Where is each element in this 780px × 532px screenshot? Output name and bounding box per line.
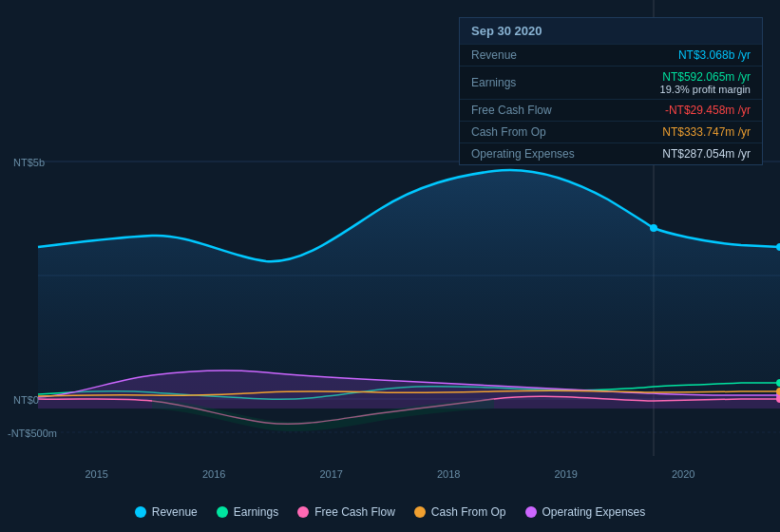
tooltip-fcf-value: -NT$29.458m /yr [665,104,751,117]
x-label-2018: 2018 [437,468,460,480]
tooltip-cashfromop-value: NT$333.747m /yr [662,125,751,139]
x-axis-labels: 2015 2016 2017 2018 2019 2020 [0,468,780,480]
y-label-zero: NT$0 [13,394,39,406]
tooltip-date: Sep 30 2020 [460,18,762,44]
x-label-2015: 2015 [86,468,108,480]
x-label-2016: 2016 [202,468,225,480]
tooltip-cashfromop-row: Cash From Op NT$333.747m /yr [460,121,762,142]
legend-item-earnings[interactable]: Earnings [217,505,278,519]
x-label-2020: 2020 [672,468,694,480]
tooltip-opex-value: NT$287.054m /yr [662,147,751,161]
y-label-5b: NT$5b [13,157,45,168]
tooltip-fcf-row: Free Cash Flow -NT$29.458m /yr [460,99,762,121]
x-label-2019: 2019 [555,468,578,480]
legend-item-revenue[interactable]: Revenue [135,505,198,519]
tooltip-fcf-label: Free Cash Flow [471,104,585,117]
tooltip-profit-margin: 19.3% profit margin [660,84,751,95]
tooltip-revenue-label: Revenue [471,48,585,62]
svg-point-6 [650,224,657,232]
legend-label-fcf: Free Cash Flow [314,505,395,519]
legend-item-fcf[interactable]: Free Cash Flow [297,505,395,519]
x-label-2017: 2017 [320,468,343,480]
tooltip-cashfromop-label: Cash From Op [471,125,585,139]
tooltip-revenue-value: NT$3.068b /yr [678,48,751,62]
legend-label-cashfromop: Cash From Op [431,505,506,519]
tooltip-earnings-label: Earnings [471,76,585,89]
chart-legend: Revenue Earnings Free Cash Flow Cash Fro… [0,505,780,519]
legend-label-opex: Operating Expenses [542,505,646,519]
tooltip-earnings-row: Earnings NT$592.065m /yr 19.3% profit ma… [460,66,762,99]
legend-dot-cashfromop [414,506,426,518]
data-tooltip: Sep 30 2020 Revenue NT$3.068b /yr Earnin… [459,17,763,165]
legend-item-cashfromop[interactable]: Cash From Op [414,505,506,519]
y-label-neg: -NT$500m [8,428,57,439]
legend-dot-revenue [135,506,146,518]
legend-dot-fcf [297,506,309,518]
legend-item-opex[interactable]: Operating Expenses [525,505,646,519]
tooltip-earnings-value: NT$592.065m /yr [660,70,751,84]
legend-dot-opex [525,506,537,518]
legend-dot-earnings [217,506,228,518]
tooltip-opex-row: Operating Expenses NT$287.054m /yr [460,142,762,164]
tooltip-opex-label: Operating Expenses [471,147,585,161]
tooltip-revenue-row: Revenue NT$3.068b /yr [460,44,762,66]
legend-label-revenue: Revenue [152,505,198,519]
legend-label-earnings: Earnings [234,505,278,519]
